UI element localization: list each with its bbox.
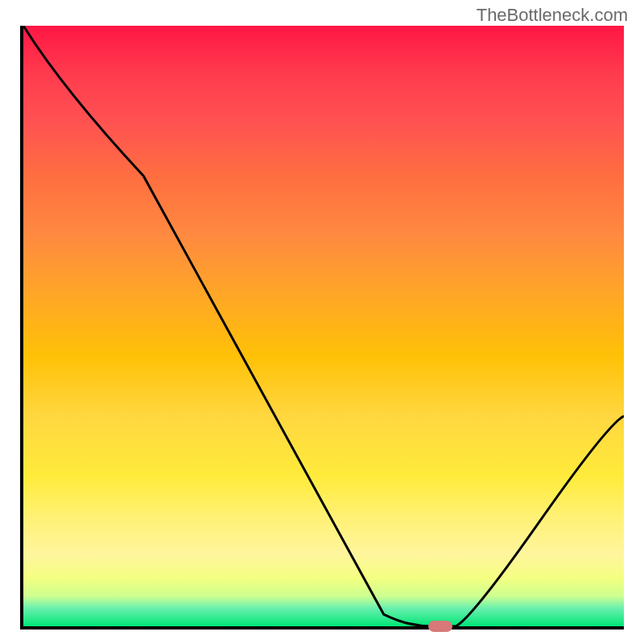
chart-container (20, 26, 624, 630)
watermark-text: TheBottleneck.com (477, 5, 628, 26)
chart-curve (23, 26, 624, 626)
chart-marker (428, 621, 452, 632)
